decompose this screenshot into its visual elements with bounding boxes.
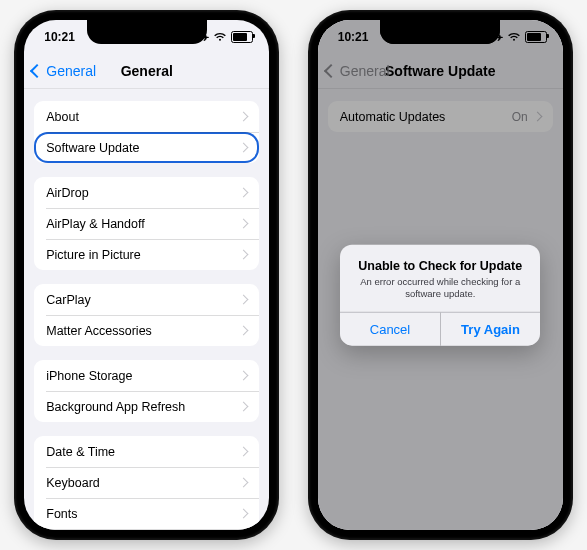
nav-bar: General General [24, 54, 269, 89]
chevron-right-icon [239, 219, 249, 229]
chevron-left-icon [30, 64, 44, 78]
chevron-right-icon [239, 447, 249, 457]
row-label: Keyboard [46, 476, 100, 490]
row-label: Picture in Picture [46, 248, 140, 262]
row-label: AirPlay & Handoff [46, 217, 144, 231]
row-picture-in-picture[interactable]: Picture in Picture [34, 239, 259, 270]
chevron-right-icon [239, 371, 249, 381]
row-label: CarPlay [46, 293, 90, 307]
chevron-right-icon [239, 509, 249, 519]
battery-icon [231, 31, 253, 43]
row-date-time[interactable]: Date & Time [34, 436, 259, 467]
row-keyboard[interactable]: Keyboard [34, 467, 259, 498]
back-label: General [46, 63, 96, 79]
notch [87, 20, 207, 44]
row-airplay-handoff[interactable]: AirPlay & Handoff [34, 208, 259, 239]
settings-list[interactable]: About Software Update AirDrop AirPlay & … [24, 89, 269, 530]
alert-dialog: Unable to Check for Update An error occu… [340, 245, 540, 346]
row-label: iPhone Storage [46, 369, 132, 383]
chevron-right-icon [239, 326, 249, 336]
page-title: General [121, 63, 173, 79]
row-matter-accessories[interactable]: Matter Accessories [34, 315, 259, 346]
phone-right: 10:21 ✈ General Software Update Automati… [308, 10, 573, 540]
cancel-button[interactable]: Cancel [340, 313, 440, 346]
row-software-update[interactable]: Software Update [34, 132, 259, 163]
row-label: Matter Accessories [46, 324, 152, 338]
chevron-right-icon [239, 402, 249, 412]
row-label: AirDrop [46, 186, 88, 200]
row-carplay[interactable]: CarPlay [34, 284, 259, 315]
row-about[interactable]: About [34, 101, 259, 132]
row-label: Background App Refresh [46, 400, 185, 414]
status-time: 10:21 [44, 30, 75, 44]
wifi-icon [213, 32, 227, 42]
notch [380, 20, 500, 44]
row-iphone-storage[interactable]: iPhone Storage [34, 360, 259, 391]
row-label: About [46, 110, 79, 124]
row-airdrop[interactable]: AirDrop [34, 177, 259, 208]
alert-message: An error occurred while checking for a s… [352, 276, 528, 300]
chevron-right-icon [239, 143, 249, 153]
chevron-right-icon [239, 112, 249, 122]
row-language-region[interactable]: Language & Region [34, 529, 259, 530]
phone-left: 10:21 ✈ General General About Software [14, 10, 279, 540]
back-button[interactable]: General [32, 63, 96, 79]
chevron-right-icon [239, 295, 249, 305]
chevron-right-icon [239, 478, 249, 488]
try-again-button[interactable]: Try Again [440, 313, 541, 346]
row-label: Software Update [46, 141, 139, 155]
row-fonts[interactable]: Fonts [34, 498, 259, 529]
row-label: Fonts [46, 507, 77, 521]
alert-title: Unable to Check for Update [352, 259, 528, 273]
chevron-right-icon [239, 188, 249, 198]
row-background-app-refresh[interactable]: Background App Refresh [34, 391, 259, 422]
row-label: Date & Time [46, 445, 115, 459]
chevron-right-icon [239, 250, 249, 260]
